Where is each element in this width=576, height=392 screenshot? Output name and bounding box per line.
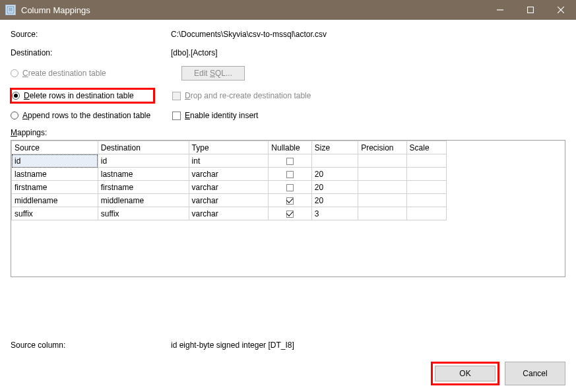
- table-row[interactable]: middlenamemiddlenamevarchar20: [12, 194, 447, 207]
- ok-button[interactable]: OK: [435, 366, 496, 381]
- cell-destination[interactable]: lastname: [98, 168, 189, 181]
- enable-identity-insert-checkbox[interactable]: Enable identity insert: [172, 111, 258, 120]
- source-label: Source:: [11, 29, 171, 40]
- source-column-value: id eight-byte signed integer [DT_I8]: [171, 341, 294, 350]
- header-source[interactable]: Source: [12, 141, 98, 154]
- cell-type[interactable]: varchar: [189, 181, 269, 194]
- header-scale[interactable]: Scale: [406, 141, 446, 154]
- cell-destination[interactable]: middlename: [98, 194, 189, 207]
- cell-scale[interactable]: [406, 181, 446, 194]
- cell-size[interactable]: 20: [311, 194, 358, 207]
- titlebar: Column Mappings: [0, 0, 576, 20]
- cell-precision[interactable]: [358, 194, 406, 207]
- delete-rows-radio[interactable]: Delete rows in destination table: [11, 88, 154, 103]
- checkbox-icon: [172, 112, 181, 120]
- cell-scale[interactable]: [406, 207, 446, 220]
- source-column-label: Source column:: [11, 341, 171, 350]
- app-icon: [5, 5, 16, 15]
- edit-sql-button: Edit SQL...: [181, 66, 245, 81]
- window-title: Column Mappings: [21, 5, 90, 15]
- table-row[interactable]: suffixsuffixvarchar3: [12, 207, 447, 220]
- cell-nullable[interactable]: [269, 168, 311, 181]
- destination-label: Destination:: [11, 48, 171, 58]
- create-destination-table-radio: Create destination table: [11, 69, 172, 78]
- maximize-button[interactable]: [515, 0, 546, 20]
- cell-precision[interactable]: [358, 168, 406, 181]
- cancel-button[interactable]: Cancel: [505, 362, 565, 385]
- client-area: Source: C:\Documents\Skyvia\csv-to-mssql…: [0, 20, 576, 392]
- header-type[interactable]: Type: [189, 141, 269, 154]
- cell-type[interactable]: int: [189, 154, 269, 168]
- cell-source[interactable]: suffix: [12, 207, 98, 220]
- checkbox-icon: [286, 184, 294, 191]
- checkbox-icon: [172, 92, 181, 100]
- radio-icon: [12, 92, 20, 100]
- cell-scale[interactable]: [406, 168, 446, 181]
- cell-source[interactable]: middlename: [12, 194, 98, 207]
- cell-size[interactable]: 20: [311, 181, 358, 194]
- close-button[interactable]: [546, 0, 576, 20]
- checkbox-icon: [286, 171, 294, 178]
- checkbox-icon: [286, 197, 294, 205]
- radio-icon: [11, 69, 18, 77]
- header-size[interactable]: Size: [311, 141, 358, 154]
- header-nullable[interactable]: Nullable: [269, 141, 311, 154]
- svg-rect-1: [9, 8, 13, 9]
- enable-identity-label: Enable identity insert: [185, 111, 258, 120]
- cell-nullable[interactable]: [269, 194, 311, 207]
- cell-destination[interactable]: firstname: [98, 181, 189, 194]
- mappings-table[interactable]: Source Destination Type Nullable Size Pr…: [11, 140, 565, 277]
- append-rows-label: Append rows to the destination table: [22, 111, 150, 120]
- svg-rect-3: [9, 11, 13, 11]
- cell-precision[interactable]: [358, 154, 406, 168]
- cell-source[interactable]: id: [12, 154, 98, 168]
- ok-highlight: OK: [431, 362, 499, 385]
- cell-precision[interactable]: [358, 207, 406, 220]
- minimize-button[interactable]: [485, 0, 515, 20]
- cell-type[interactable]: varchar: [189, 207, 269, 220]
- cell-size[interactable]: [311, 154, 358, 168]
- radio-icon: [11, 112, 18, 119]
- source-value: C:\Documents\Skyvia\csv-to-mssql\actor.c…: [171, 29, 327, 40]
- cell-source[interactable]: firstname: [12, 181, 98, 194]
- checkbox-icon: [286, 211, 294, 218]
- table-row[interactable]: lastnamelastnamevarchar20: [12, 168, 447, 181]
- drop-recreate-label: Drop and re-create destination table: [185, 91, 311, 100]
- cell-type[interactable]: varchar: [189, 194, 269, 207]
- cell-type[interactable]: varchar: [189, 168, 269, 181]
- checkbox-icon: [286, 158, 294, 165]
- cell-destination[interactable]: suffix: [98, 207, 189, 220]
- table-row[interactable]: firstnamefirstnamevarchar20: [12, 181, 447, 194]
- cell-nullable[interactable]: [269, 181, 311, 194]
- cell-scale[interactable]: [406, 194, 446, 207]
- cell-scale[interactable]: [406, 154, 446, 168]
- mappings-label: Mappings:: [11, 128, 565, 137]
- drop-recreate-checkbox: Drop and re-create destination table: [172, 91, 311, 100]
- cell-source[interactable]: lastname: [12, 168, 98, 181]
- table-header-row: Source Destination Type Nullable Size Pr…: [12, 141, 447, 154]
- cell-size[interactable]: 20: [311, 168, 358, 181]
- table-row[interactable]: ididint: [12, 154, 447, 168]
- svg-rect-5: [528, 7, 534, 13]
- cell-nullable[interactable]: [269, 154, 311, 168]
- header-destination[interactable]: Destination: [98, 141, 189, 154]
- cell-nullable[interactable]: [269, 207, 311, 220]
- delete-rows-label: Delete rows in destination table: [24, 91, 134, 100]
- append-rows-radio[interactable]: Append rows to the destination table: [11, 111, 172, 120]
- cell-size[interactable]: 3: [311, 207, 358, 220]
- destination-value: [dbo].[Actors]: [171, 48, 218, 58]
- header-precision[interactable]: Precision: [358, 141, 406, 154]
- create-destination-table-label: Create destination table: [22, 69, 106, 78]
- svg-rect-2: [9, 9, 13, 10]
- cell-precision[interactable]: [358, 181, 406, 194]
- cell-destination[interactable]: id: [98, 154, 189, 168]
